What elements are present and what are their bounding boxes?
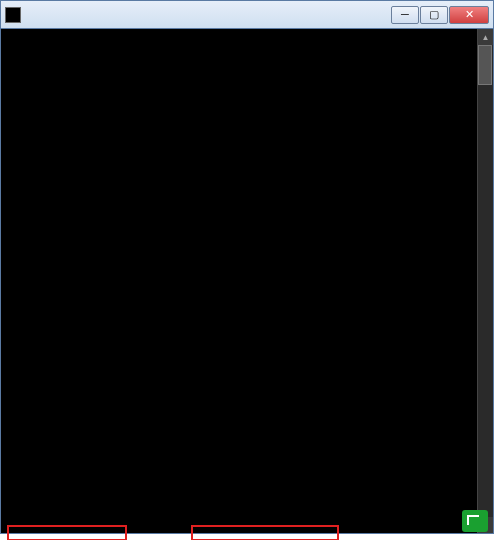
cmd-icon — [5, 7, 21, 23]
cmd-window: ─ ▢ ✕ ▲ ▼ — [0, 0, 494, 534]
scroll-up-arrow[interactable]: ▲ — [478, 29, 493, 45]
scroll-down-arrow[interactable]: ▼ — [478, 517, 493, 533]
scrollbar-thumb[interactable] — [478, 45, 492, 85]
maximize-button[interactable]: ▢ — [420, 6, 448, 24]
vertical-scrollbar[interactable]: ▲ ▼ — [477, 29, 493, 533]
close-button[interactable]: ✕ — [449, 6, 489, 24]
terminal-output[interactable] — [1, 29, 493, 533]
minimize-button[interactable]: ─ — [391, 6, 419, 24]
window-controls: ─ ▢ ✕ — [391, 6, 489, 24]
titlebar[interactable]: ─ ▢ ✕ — [1, 1, 493, 29]
